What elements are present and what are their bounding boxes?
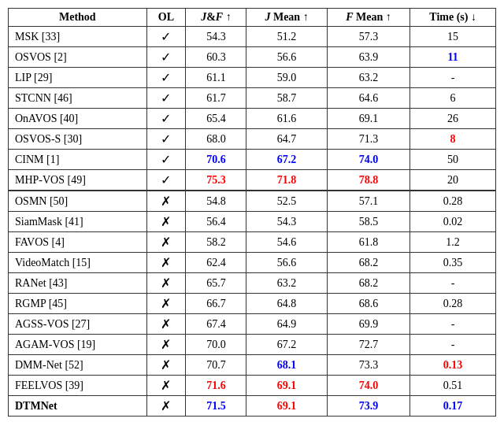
table-cell: 61.6: [246, 109, 327, 129]
table-cell: 64.8: [246, 294, 327, 314]
table-cell: 0.17: [410, 396, 496, 417]
table-cell: -: [410, 314, 496, 335]
method-cell: DMM-Net [52]: [9, 355, 147, 376]
table-cell: 57.3: [327, 27, 410, 47]
ol-cell: ✓: [146, 47, 186, 68]
table-row: OSMN [50]✗54.852.557.10.28: [9, 191, 496, 212]
table-cell: 54.8: [186, 191, 246, 212]
table-cell: 63.2: [327, 68, 410, 88]
method-cell: STCNN [46]: [9, 88, 147, 109]
table-cell: 69.9: [327, 314, 410, 335]
table-cell: 64.6: [327, 88, 410, 109]
table-row: VideoMatch [15]✗62.456.668.20.35: [9, 253, 496, 273]
table-row: SiamMask [41]✗56.454.358.50.02: [9, 212, 496, 232]
ol-cell: ✗: [146, 396, 186, 417]
table-cell: 8: [410, 129, 496, 150]
ol-cell: ✓: [146, 109, 186, 129]
table-row: OnAVOS [40]✓65.461.669.126: [9, 109, 496, 129]
ol-cell: ✗: [146, 232, 186, 253]
table-cell: 63.9: [327, 47, 410, 68]
table-cell: 56.6: [246, 47, 327, 68]
table-cell: 70.0: [186, 335, 246, 355]
table-cell: 0.35: [410, 253, 496, 273]
table-cell: 58.5: [327, 212, 410, 232]
table-cell: 68.0: [186, 129, 246, 150]
ol-cell: ✓: [146, 88, 186, 109]
table-cell: 68.6: [327, 294, 410, 314]
header-fmean: F Mean ↑: [327, 9, 410, 27]
table-cell: 60.3: [186, 47, 246, 68]
ol-cell: ✓: [146, 27, 186, 47]
table-cell: -: [410, 273, 496, 294]
table-cell: 78.8: [327, 170, 410, 191]
header-method: Method: [9, 9, 147, 27]
header-jmean: J Mean ↑: [246, 9, 327, 27]
table-cell: 54.3: [186, 27, 246, 47]
table-cell: 52.5: [246, 191, 327, 212]
method-cell: VideoMatch [15]: [9, 253, 147, 273]
method-cell: FEELVOS [39]: [9, 376, 147, 396]
ol-cell: ✓: [146, 129, 186, 150]
results-table: Method OL J&F ↑ J Mean ↑ F Mean ↑ Time (…: [8, 8, 496, 417]
table-cell: -: [410, 68, 496, 88]
method-cell: LIP [29]: [9, 68, 147, 88]
table-cell: 61.1: [186, 68, 246, 88]
table-cell: 56.6: [246, 253, 327, 273]
table-cell: 54.6: [246, 232, 327, 253]
table-cell: 73.9: [327, 396, 410, 417]
method-cell: RANet [43]: [9, 273, 147, 294]
table-cell: 58.2: [186, 232, 246, 253]
ol-cell: ✓: [146, 150, 186, 170]
table-cell: 74.0: [327, 376, 410, 396]
table-row: AGAM-VOS [19]✗70.067.272.7-: [9, 335, 496, 355]
table-row: RGMP [45]✗66.764.868.60.28: [9, 294, 496, 314]
table-row: DMM-Net [52]✗70.768.173.30.13: [9, 355, 496, 376]
table-cell: 71.5: [186, 396, 246, 417]
table-cell: 65.7: [186, 273, 246, 294]
table-row: FEELVOS [39]✗71.669.174.00.51: [9, 376, 496, 396]
ol-cell: ✓: [146, 68, 186, 88]
table-cell: 71.8: [246, 170, 327, 191]
table-cell: 62.4: [186, 253, 246, 273]
table-cell: 69.1: [246, 396, 327, 417]
table-cell: 67.2: [246, 335, 327, 355]
table-cell: 26: [410, 109, 496, 129]
header-ol: OL: [146, 9, 186, 27]
table-cell: 68.2: [327, 253, 410, 273]
header-jf: J&F ↑: [186, 9, 246, 27]
table-cell: 74.0: [327, 150, 410, 170]
table-cell: 72.7: [327, 335, 410, 355]
table-cell: 59.0: [246, 68, 327, 88]
table-cell: 73.3: [327, 355, 410, 376]
table-cell: 15: [410, 27, 496, 47]
table-cell: 56.4: [186, 212, 246, 232]
table-cell: 71.3: [327, 129, 410, 150]
table-row: RANet [43]✗65.763.268.2-: [9, 273, 496, 294]
table-cell: 57.1: [327, 191, 410, 212]
table-cell: 67.4: [186, 314, 246, 335]
method-cell: OSVOS [2]: [9, 47, 147, 68]
ol-cell: ✗: [146, 314, 186, 335]
table-row: MHP-VOS [49]✓75.371.878.820: [9, 170, 496, 191]
method-cell: FAVOS [4]: [9, 232, 147, 253]
table-cell: 71.6: [186, 376, 246, 396]
table-row: FAVOS [4]✗58.254.661.81.2: [9, 232, 496, 253]
table-cell: 50: [410, 150, 496, 170]
ol-cell: ✗: [146, 355, 186, 376]
method-cell: OnAVOS [40]: [9, 109, 147, 129]
ol-cell: ✗: [146, 253, 186, 273]
method-cell: OSMN [50]: [9, 191, 147, 212]
table-cell: 68.2: [327, 273, 410, 294]
ol-cell: ✗: [146, 212, 186, 232]
table-cell: 70.7: [186, 355, 246, 376]
table-cell: 69.1: [246, 376, 327, 396]
ol-cell: ✗: [146, 273, 186, 294]
method-cell: OSVOS-S [30]: [9, 129, 147, 150]
ol-cell: ✓: [146, 170, 186, 191]
table-cell: 75.3: [186, 170, 246, 191]
table-cell: 66.7: [186, 294, 246, 314]
table-cell: 61.8: [327, 232, 410, 253]
table-cell: 61.7: [186, 88, 246, 109]
method-cell: SiamMask [41]: [9, 212, 147, 232]
table-cell: 68.1: [246, 355, 327, 376]
